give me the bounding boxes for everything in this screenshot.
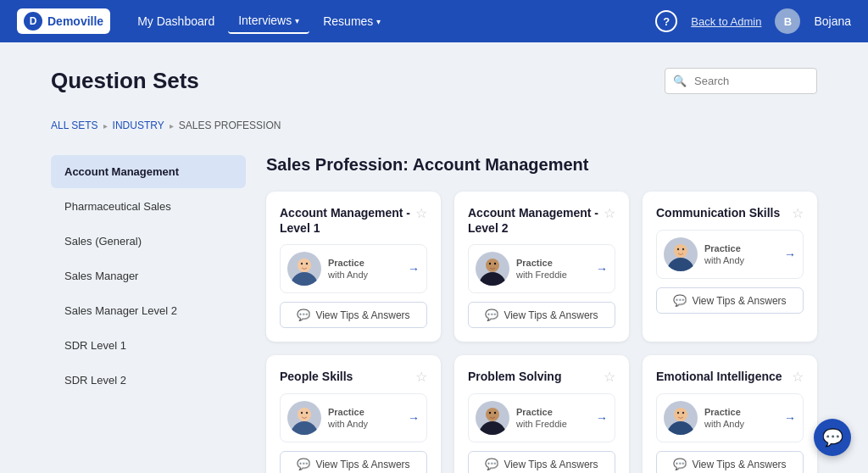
- nav-links: My Dashboard Interviews ▾ Resumes ▾: [127, 8, 655, 34]
- svg-point-12: [291, 421, 318, 435]
- card-title: Account Management - Level 2: [468, 205, 604, 236]
- back-to-admin-link[interactable]: Back to Admin: [691, 15, 761, 28]
- arrow-right-icon: →: [784, 411, 796, 425]
- card-header: Communication Skills ☆: [656, 205, 804, 221]
- practice-block[interactable]: Practicewith Andy →: [656, 230, 804, 279]
- view-tips-button[interactable]: 💬 View Tips & Answers: [656, 287, 804, 314]
- svg-point-19: [494, 412, 496, 414]
- sidebar-item-sales-manager[interactable]: Sales Manager: [51, 259, 246, 292]
- card-5: Emotional Intelligence ☆ Practicewith An…: [643, 355, 817, 473]
- svg-point-18: [489, 412, 491, 414]
- navbar-right: ? Back to Admin B Bojana: [655, 8, 851, 34]
- view-tips-button[interactable]: 💬 View Tips & Answers: [656, 451, 804, 473]
- card-1: Account Management - Level 2 ☆ Practicew…: [454, 192, 629, 342]
- card-title: People Skills: [280, 369, 353, 384]
- avatar[interactable]: B: [775, 8, 800, 34]
- svg-point-3: [306, 263, 308, 264]
- svg-point-6: [489, 263, 491, 264]
- star-button[interactable]: ☆: [792, 369, 804, 385]
- view-tips-button[interactable]: 💬 View Tips & Answers: [280, 302, 427, 328]
- card-title: Account Management - Level 1: [280, 205, 415, 236]
- chevron-down-icon: ▾: [376, 17, 381, 26]
- breadcrumb-sales-profession: SALES PROFESSION: [179, 120, 281, 131]
- logo[interactable]: D Demoville: [17, 8, 110, 34]
- logo-icon: D: [24, 12, 42, 31]
- logo-text: Demoville: [47, 14, 103, 28]
- breadcrumb-all-sets[interactable]: ALL SETS: [51, 120, 98, 131]
- tips-label: View Tips & Answers: [504, 459, 598, 470]
- svg-point-13: [298, 408, 311, 421]
- practice-block[interactable]: Practicewith Andy →: [280, 244, 427, 293]
- arrow-right-icon: →: [408, 262, 420, 275]
- card-0: Account Management - Level 1 ☆ Practicew…: [266, 192, 441, 342]
- star-button[interactable]: ☆: [415, 205, 427, 221]
- tips-label: View Tips & Answers: [692, 459, 786, 470]
- nav-interviews[interactable]: Interviews ▾: [228, 8, 309, 34]
- view-tips-button[interactable]: 💬 View Tips & Answers: [280, 451, 427, 473]
- practice-block[interactable]: Practicewith Andy →: [280, 393, 427, 442]
- sidebar-item-account-management[interactable]: Account Management: [51, 155, 246, 188]
- card-3: People Skills ☆ Practicewith Andy → 💬 Vi…: [266, 355, 441, 473]
- chat-icon: 💬: [297, 309, 310, 321]
- avatar: [664, 401, 698, 435]
- svg-point-9: [674, 244, 687, 258]
- chevron-down-icon: ▾: [295, 16, 299, 25]
- practice-text: Practicewith Andy: [328, 406, 401, 431]
- svg-point-1: [298, 259, 311, 272]
- card-2: Communication Skills ☆ Practicewith Andy…: [643, 192, 817, 342]
- practice-text: Practicewith Andy: [704, 242, 777, 267]
- tips-label: View Tips & Answers: [315, 459, 409, 470]
- star-button[interactable]: ☆: [792, 205, 804, 221]
- svg-point-5: [486, 259, 499, 272]
- star-button[interactable]: ☆: [604, 205, 615, 221]
- svg-point-23: [682, 412, 684, 414]
- card-header: Account Management - Level 2 ☆: [468, 205, 615, 236]
- breadcrumb-industry[interactable]: INDUSTRY: [113, 120, 164, 131]
- chat-fab[interactable]: 💬: [814, 419, 851, 456]
- practice-block[interactable]: Practicewith Andy →: [656, 393, 804, 442]
- star-button[interactable]: ☆: [604, 369, 615, 385]
- card-header: Emotional Intelligence ☆: [656, 369, 804, 385]
- sidebar-item-sdr-level-2[interactable]: SDR Level 2: [51, 364, 246, 397]
- svg-point-10: [677, 248, 679, 250]
- arrow-right-icon: →: [596, 411, 608, 425]
- sidebar-item-sales-general[interactable]: Sales (General): [51, 225, 246, 258]
- arrow-right-icon: →: [596, 262, 608, 275]
- content-area: Account Management Pharmaceutical Sales …: [51, 155, 817, 473]
- sidebar-item-pharmaceutical-sales[interactable]: Pharmaceutical Sales: [51, 190, 246, 223]
- svg-point-22: [677, 412, 679, 414]
- navbar: D Demoville My Dashboard Interviews ▾ Re…: [0, 0, 868, 42]
- star-button[interactable]: ☆: [415, 369, 427, 385]
- svg-point-0: [291, 272, 318, 286]
- view-tips-button[interactable]: 💬 View Tips & Answers: [468, 451, 615, 473]
- nav-resumes[interactable]: Resumes ▾: [313, 9, 391, 33]
- help-button[interactable]: ?: [655, 10, 677, 32]
- svg-point-7: [494, 263, 496, 264]
- svg-point-2: [301, 263, 303, 264]
- user-name: Bojana: [814, 14, 851, 28]
- main-content: Question Sets 🔍 ALL SETS ▸ INDUSTRY ▸ SA…: [0, 42, 868, 473]
- svg-point-20: [667, 421, 694, 435]
- svg-point-16: [479, 421, 506, 435]
- sidebar-item-sdr-level-1[interactable]: SDR Level 1: [51, 329, 246, 362]
- card-title: Problem Solving: [468, 369, 561, 384]
- avatar: [476, 401, 509, 435]
- svg-point-8: [667, 258, 694, 271]
- nav-my-dashboard[interactable]: My Dashboard: [127, 9, 225, 33]
- sidebar: Account Management Pharmaceutical Sales …: [51, 155, 246, 473]
- search-input[interactable]: [665, 68, 817, 94]
- view-tips-button[interactable]: 💬 View Tips & Answers: [468, 302, 615, 328]
- svg-point-17: [486, 408, 499, 421]
- panel-title: Sales Profession: Account Management: [266, 155, 817, 175]
- card-header: Account Management - Level 1 ☆: [280, 205, 427, 236]
- search-wrapper: 🔍: [665, 68, 817, 94]
- sidebar-item-sales-manager-level-2[interactable]: Sales Manager Level 2: [51, 294, 246, 327]
- chat-icon: 💬: [485, 458, 498, 470]
- page-header: Question Sets 🔍: [51, 68, 817, 111]
- avatar: [476, 252, 509, 286]
- avatar: [287, 252, 321, 286]
- card-header: Problem Solving ☆: [468, 369, 615, 385]
- page-title: Question Sets: [51, 68, 199, 94]
- practice-block[interactable]: Practicewith Freddie →: [468, 244, 615, 293]
- practice-block[interactable]: Practicewith Freddie →: [468, 393, 615, 442]
